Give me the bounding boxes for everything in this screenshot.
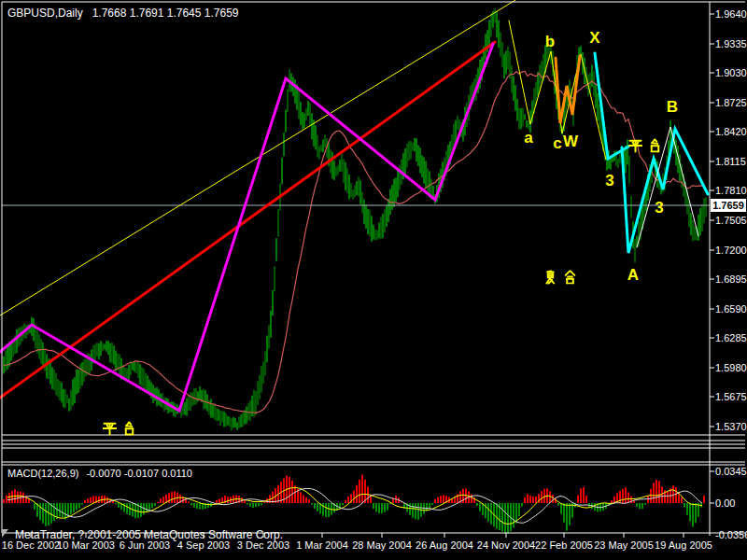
price-label: 1.9335 bbox=[715, 38, 747, 49]
annotation-text[interactable]: X bbox=[589, 30, 599, 46]
price-label: 1.7200 bbox=[715, 245, 747, 256]
price-label: 1.9030 bbox=[715, 67, 747, 78]
indicator-label: MACD(12,26,9)-0.0070 -0.0107 0.0110 bbox=[7, 468, 200, 479]
macd-scale-zero: 0.00 bbox=[715, 497, 735, 509]
cyan-x-line[interactable] bbox=[595, 53, 608, 159]
annotation-text[interactable]: B bbox=[667, 99, 678, 115]
date-label: 1 Mar 2004 bbox=[296, 539, 348, 551]
macd-scale-min: -0.0356 bbox=[715, 529, 747, 540]
annotation-text[interactable]: b bbox=[545, 34, 555, 49]
date-label: 24 Nov 2004 bbox=[477, 539, 535, 551]
annotation-text[interactable]: a bbox=[524, 130, 532, 146]
date-label: 22 Feb 2005 bbox=[535, 539, 593, 551]
annotation-text[interactable]: 3 bbox=[655, 200, 663, 216]
annotation-text-cjk[interactable] bbox=[103, 422, 136, 436]
cjk-glyph bbox=[648, 139, 662, 153]
metatrader-chart-window: GBPUSD,Daily1.7668 1.7691 1.7645 1.7659 … bbox=[0, 0, 747, 560]
annotation-text-cjk[interactable] bbox=[628, 139, 662, 153]
price-label: 1.6590 bbox=[715, 303, 747, 315]
price-label: 1.7505 bbox=[715, 215, 747, 226]
ohlc-values: 1.7668 1.7691 1.7645 1.7659 bbox=[92, 7, 239, 20]
date-label: 26 Aug 2004 bbox=[416, 539, 473, 551]
price-label: 1.8725 bbox=[715, 97, 747, 108]
price-label: 1.6895 bbox=[715, 273, 747, 285]
cjk-glyph bbox=[563, 271, 577, 285]
price-label: 1.8420 bbox=[715, 126, 747, 137]
price-label: 1.8115 bbox=[715, 156, 746, 167]
indicator-name: MACD(12,26,9) bbox=[7, 468, 78, 479]
cjk-glyph bbox=[628, 139, 642, 153]
price-label: 1.6285 bbox=[715, 332, 747, 343]
magenta-zigzag[interactable] bbox=[0, 44, 493, 411]
cursor-icon bbox=[2, 529, 8, 538]
price-label: 1.5370 bbox=[715, 421, 747, 432]
symbol-timeframe: GBPUSD,Daily bbox=[7, 7, 83, 20]
annotation-text[interactable]: A bbox=[627, 267, 639, 283]
annotation-text[interactable]: 3 bbox=[605, 173, 613, 189]
annotation-text-cjk[interactable] bbox=[543, 271, 577, 285]
orange-zigzag[interactable] bbox=[556, 56, 580, 123]
date-label: 19 Aug 2005 bbox=[655, 539, 712, 551]
current-price-tag: 1.7659 bbox=[711, 199, 746, 212]
cjk-glyph bbox=[543, 271, 557, 285]
cjk-glyph bbox=[122, 422, 136, 436]
price-label: 1.5675 bbox=[715, 391, 747, 402]
price-label: 1.7810 bbox=[715, 185, 747, 196]
yellow-trendline[interactable] bbox=[0, 0, 515, 315]
annotation-text[interactable]: c bbox=[553, 135, 561, 151]
cjk-glyph bbox=[103, 422, 117, 436]
price-label: 1.9640 bbox=[715, 8, 747, 20]
red-trendline[interactable] bbox=[0, 42, 495, 398]
annotation-text[interactable]: W bbox=[563, 133, 578, 149]
indicator-values: -0.0070 -0.0107 0.0110 bbox=[86, 468, 192, 479]
macd-scale-max: 0.0345 bbox=[715, 466, 747, 477]
chart-title: GBPUSD,Daily1.7668 1.7691 1.7645 1.7659 bbox=[7, 7, 248, 20]
price-label: 1.5980 bbox=[715, 362, 747, 373]
date-label: 23 May 2005 bbox=[594, 539, 654, 551]
copyright-text: MetaTrader, ? 2001-2005 MetaQuotes Softw… bbox=[15, 528, 283, 541]
date-label: 28 May 2004 bbox=[352, 539, 412, 551]
